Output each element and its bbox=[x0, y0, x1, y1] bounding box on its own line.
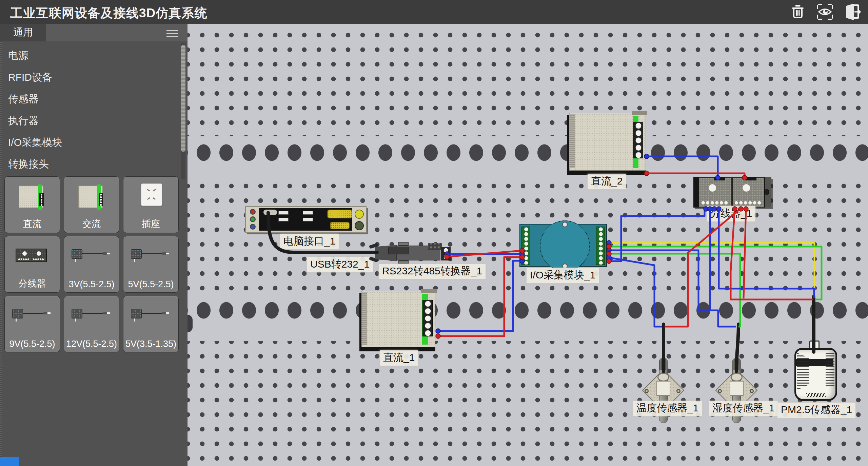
adapter-thumbnail bbox=[123, 299, 178, 334]
audio-jack-green bbox=[250, 216, 256, 222]
toolbar bbox=[788, 2, 862, 22]
splitter-thumbnail bbox=[5, 239, 60, 275]
device-dc-power-1[interactable] bbox=[359, 291, 435, 349]
palette-card-ac[interactable]: 交流 bbox=[64, 176, 119, 233]
sidebar-item-adapter[interactable]: 转换接头 bbox=[8, 153, 164, 175]
round-port-olive bbox=[355, 221, 364, 230]
palette-card-5v-slim[interactable]: 5V(3.5-1.35) bbox=[123, 296, 179, 352]
device-palette: 直流 交流 插座 分线器 3V(5.5-2.5) bbox=[4, 176, 179, 352]
terminal-block bbox=[422, 300, 433, 336]
device-dc-power-2[interactable] bbox=[567, 113, 646, 173]
device-label-temp1: 温度传感器_1 bbox=[633, 401, 702, 416]
device-label-dc1: 直流_1 bbox=[380, 350, 418, 366]
usb-port bbox=[303, 218, 313, 221]
device-label-splitter1: 分线器_1 bbox=[707, 206, 755, 221]
palette-card-dc[interactable]: 直流 bbox=[4, 176, 60, 233]
exit-button[interactable] bbox=[842, 2, 862, 22]
sidebar-item-power[interactable]: 电源 bbox=[8, 45, 164, 66]
palette-card-socket[interactable]: 插座 bbox=[123, 176, 179, 233]
palette-card-5v[interactable]: 5V(5.5-2.5) bbox=[123, 236, 179, 293]
hamburger-menu-icon[interactable] bbox=[166, 28, 178, 37]
device-label-usb232: USB转232_1 bbox=[307, 257, 373, 272]
serial-port bbox=[330, 222, 350, 229]
device-label-hum1: 湿度传感器_1 bbox=[709, 401, 778, 416]
palette-card-splitter[interactable]: 分线器 bbox=[4, 236, 60, 293]
terminal-strip-right bbox=[596, 227, 605, 265]
usb-port bbox=[303, 211, 313, 215]
pegboard-big-hole-band bbox=[188, 294, 868, 327]
device-label-rs232-485: RS232转485转换器_1 bbox=[379, 264, 486, 279]
pegboard-big-hole-band bbox=[188, 136, 868, 169]
view-button[interactable] bbox=[815, 2, 835, 22]
adapter-thumbnail bbox=[5, 299, 60, 334]
trash-icon bbox=[789, 3, 806, 20]
device-rs232-485-converter-1[interactable] bbox=[375, 244, 449, 263]
audio-jack-red bbox=[250, 209, 256, 215]
tab-general[interactable]: 通用 bbox=[0, 24, 46, 41]
adapter-thumbnail bbox=[64, 239, 119, 275]
sidebar-item-actuator[interactable]: 执行器 bbox=[8, 110, 164, 132]
corner-badge bbox=[0, 457, 19, 466]
palette-card-12v[interactable]: 12V(5.5-2.5) bbox=[64, 296, 119, 352]
adapter-thumbnail bbox=[64, 299, 119, 334]
usb-port bbox=[278, 211, 289, 215]
usb-port bbox=[278, 218, 289, 221]
trash-button[interactable] bbox=[788, 2, 808, 22]
device-label-io1: I/O采集模块_1 bbox=[527, 268, 599, 283]
device-io-module-1[interactable] bbox=[519, 224, 607, 267]
sidebar-scrollbar[interactable] bbox=[181, 43, 185, 179]
device-label-pc1: 电脑接口_1 bbox=[280, 234, 339, 249]
palette-card-9v[interactable]: 9V(5.5-2.5) bbox=[4, 296, 60, 352]
ps2-port bbox=[263, 210, 277, 215]
dc-thumbnail bbox=[5, 179, 60, 215]
audio-jack-blue bbox=[250, 224, 256, 230]
scrollbar-thumb[interactable] bbox=[181, 45, 185, 152]
view-eye-icon bbox=[816, 3, 834, 21]
sidebar-item-rfid[interactable]: RFID设备 bbox=[8, 66, 164, 88]
sidebar-collapse-handle[interactable] bbox=[188, 315, 193, 332]
app-title: 工业互联网设备及接线3D仿真系统 bbox=[10, 5, 207, 22]
sidebar-item-io-module[interactable]: I/O采集模块 bbox=[8, 132, 164, 153]
device-splitter-1[interactable] bbox=[693, 177, 771, 208]
vga-port bbox=[327, 210, 352, 218]
ac-thumbnail bbox=[64, 179, 119, 215]
sidebar: 通用 电源 RFID设备 传感器 执行器 I/O采集模块 转换接头 直流 交流 … bbox=[0, 24, 188, 466]
terminal-block bbox=[441, 247, 451, 260]
socket-thumbnail bbox=[123, 179, 178, 215]
round-port-yellow bbox=[355, 210, 364, 219]
workspace-canvas[interactable]: 直流_2 分线器_1 电脑接口_1 USB转232_1 bbox=[188, 24, 868, 466]
pegboard-dots bbox=[188, 24, 868, 139]
palette-card-3v[interactable]: 3V(5.5-2.5) bbox=[64, 236, 119, 293]
terminal-strip-left bbox=[521, 227, 530, 265]
device-label-pm25: PM2.5传感器_1 bbox=[777, 403, 855, 418]
device-pm25-sensor-1[interactable] bbox=[794, 348, 837, 401]
adapter-thumbnail bbox=[123, 239, 178, 275]
sidebar-item-sensor[interactable]: 传感器 bbox=[8, 88, 164, 110]
sidebar-tab-row: 通用 bbox=[0, 24, 188, 41]
exit-icon bbox=[843, 3, 861, 21]
title-bar: 工业互联网设备及接线3D仿真系统 bbox=[0, 0, 868, 24]
device-label-dc2: 直流_2 bbox=[588, 174, 626, 189]
terminal-block bbox=[633, 122, 643, 158]
device-pc-interface-1[interactable] bbox=[245, 206, 367, 233]
